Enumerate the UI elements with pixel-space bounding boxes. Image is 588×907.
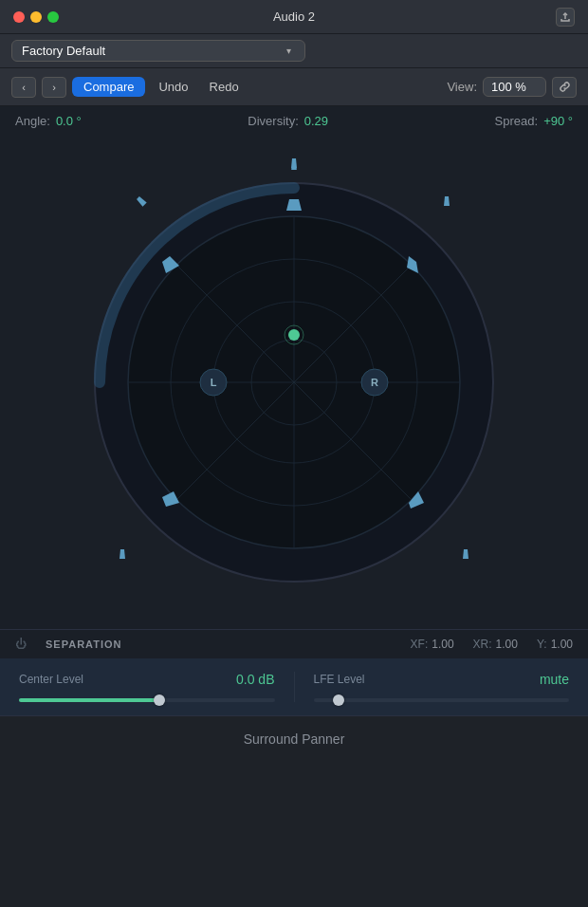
export-button[interactable] xyxy=(556,8,575,27)
spread-value: +90 ° xyxy=(543,114,573,128)
svg-text:L: L xyxy=(211,377,217,388)
toolbar: ‹ › Compare Undo Redo View: 100 % xyxy=(0,68,588,106)
xf-label: XF: xyxy=(411,638,429,651)
main-panel: Angle: 0.0 ° Diversity: 0.29 Spread: +90… xyxy=(0,106,588,715)
lfe-level-value: mute xyxy=(540,672,569,687)
center-level-value: 0.0 dB xyxy=(236,672,274,687)
compare-button[interactable]: Compare xyxy=(72,77,145,97)
y-param: Y: 1.00 xyxy=(537,638,573,651)
app-title: Surround Panner xyxy=(244,731,345,747)
lfe-level-thumb[interactable] xyxy=(333,694,344,706)
center-level-section: Center Level 0.0 dB xyxy=(19,672,275,702)
diversity-param: Diversity: 0.29 xyxy=(248,114,328,128)
view-label: View: xyxy=(447,80,477,94)
svg-marker-1 xyxy=(291,158,297,168)
level-controls: Center Level 0.0 dB LFE Level mute xyxy=(0,658,588,715)
diversity-value: 0.29 xyxy=(304,114,328,128)
redo-button[interactable]: Redo xyxy=(202,77,247,97)
center-level-slider[interactable] xyxy=(19,698,275,702)
xr-param: XR: 1.00 xyxy=(473,638,518,651)
panner-svg[interactable]: L R xyxy=(90,178,498,586)
link-icon xyxy=(559,81,571,93)
angle-value: 0.0 ° xyxy=(56,114,82,128)
lfe-level-slider[interactable] xyxy=(314,698,570,702)
y-label: Y: xyxy=(537,638,547,651)
close-button[interactable] xyxy=(13,11,25,23)
center-level-header: Center Level 0.0 dB xyxy=(19,672,275,687)
params-row: Angle: 0.0 ° Diversity: 0.29 Spread: +90… xyxy=(0,106,588,136)
xr-label: XR: xyxy=(473,638,492,651)
view-select[interactable]: 100 % xyxy=(483,77,546,97)
xf-param: XF: 1.00 xyxy=(411,638,454,651)
spread-param: Spread: +90 ° xyxy=(495,114,573,128)
center-level-label: Center Level xyxy=(19,673,83,686)
undo-button[interactable]: Undo xyxy=(151,77,195,97)
svg-point-20 xyxy=(288,329,300,341)
preset-bar: Factory DefaultCustom 1Custom 2 ▾ xyxy=(0,34,588,68)
lfe-level-label: LFE Level xyxy=(314,673,365,686)
separation-label: SEPARATION xyxy=(46,639,122,650)
y-value: 1.00 xyxy=(551,638,573,651)
svg-rect-2 xyxy=(291,168,297,170)
svg-text:R: R xyxy=(371,377,378,388)
link-button[interactable] xyxy=(552,77,577,98)
angle-param: Angle: 0.0 ° xyxy=(15,114,82,128)
title-bar: Audio 2 xyxy=(0,0,588,34)
preset-select[interactable]: Factory DefaultCustom 1Custom 2 xyxy=(11,40,305,62)
lfe-level-section: LFE Level mute xyxy=(314,672,570,702)
xr-value: 1.00 xyxy=(496,638,518,651)
maximize-button[interactable] xyxy=(47,11,59,23)
panner-area[interactable]: L R xyxy=(0,136,588,629)
separation-controls: ⏻ SEPARATION XF: 1.00 XR: 1.00 Y: 1.00 xyxy=(0,629,588,658)
export-icon xyxy=(560,11,571,23)
lfe-level-header: LFE Level mute xyxy=(314,672,570,687)
levels-divider xyxy=(294,672,295,702)
spread-label: Spread: xyxy=(495,114,539,128)
traffic-lights xyxy=(13,11,59,23)
center-level-fill xyxy=(19,698,159,702)
angle-label: Angle: xyxy=(15,114,50,128)
back-button[interactable]: ‹ xyxy=(11,77,36,98)
forward-button[interactable]: › xyxy=(42,77,66,98)
speaker-top-center[interactable] xyxy=(285,155,303,172)
xf-value: 1.00 xyxy=(432,638,453,651)
separation-power-icon[interactable]: ⏻ xyxy=(15,638,27,651)
diversity-label: Diversity: xyxy=(248,114,298,128)
minimize-button[interactable] xyxy=(30,11,42,23)
window-title: Audio 2 xyxy=(273,9,315,24)
center-level-thumb[interactable] xyxy=(154,694,165,706)
app-title-bottom: Surround Panner xyxy=(0,715,588,761)
